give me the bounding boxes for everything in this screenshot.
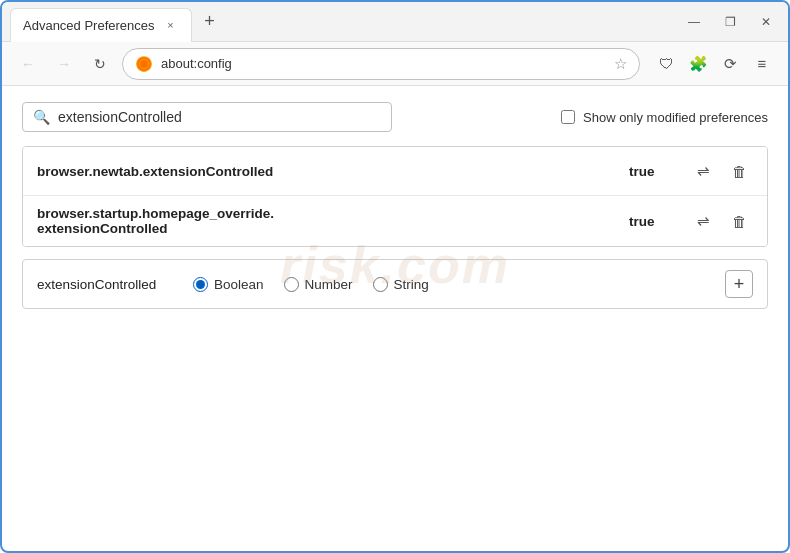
delete-button-2[interactable]: 🗑 — [725, 207, 753, 235]
reload-button[interactable]: ↻ — [86, 50, 114, 78]
search-row: 🔍 Show only modified preferences — [22, 102, 768, 132]
pref-name-2: browser.startup.homepage_override.extens… — [37, 206, 629, 236]
tab-title: Advanced Preferences — [23, 18, 155, 33]
show-modified-row[interactable]: Show only modified preferences — [561, 110, 768, 125]
tab-close-btn[interactable]: × — [163, 17, 179, 33]
minimize-button[interactable]: — — [680, 8, 708, 36]
restore-button[interactable]: ❐ — [716, 8, 744, 36]
menu-icon[interactable]: ≡ — [748, 50, 776, 78]
sync-icon[interactable]: ⟳ — [716, 50, 744, 78]
radio-string-label: String — [394, 277, 429, 292]
toolbar-icons: 🛡 🧩 ⟳ ≡ — [652, 50, 776, 78]
delete-button-1[interactable]: 🗑 — [725, 157, 753, 185]
add-pref-button[interactable]: + — [725, 270, 753, 298]
address-input-wrap[interactable]: about:config ☆ — [122, 48, 640, 80]
toggle-button-2[interactable]: ⇌ — [689, 207, 717, 235]
search-icon: 🔍 — [33, 109, 50, 125]
table-row: browser.startup.homepage_override.extens… — [23, 196, 767, 246]
window-controls: — ❐ ✕ — [680, 8, 780, 36]
type-radio-group: Boolean Number String — [193, 277, 709, 292]
address-bar: ← → ↻ about:config ☆ 🛡 🧩 ⟳ ≡ — [2, 42, 788, 86]
shield-icon[interactable]: 🛡 — [652, 50, 680, 78]
back-button[interactable]: ← — [14, 50, 42, 78]
radio-number-label: Number — [305, 277, 353, 292]
close-window-button[interactable]: ✕ — [752, 8, 780, 36]
pref-value-1: true — [629, 164, 665, 179]
radio-boolean[interactable]: Boolean — [193, 277, 264, 292]
show-modified-label: Show only modified preferences — [583, 110, 768, 125]
add-pref-row: extensionControlled Boolean Number Strin… — [22, 259, 768, 309]
row-actions-1: ⇌ 🗑 — [689, 157, 753, 185]
new-tab-button[interactable]: + — [196, 8, 224, 36]
pref-name-1: browser.newtab.extensionControlled — [37, 164, 629, 179]
address-text: about:config — [161, 56, 606, 71]
new-pref-name: extensionControlled — [37, 277, 177, 292]
results-table: browser.newtab.extensionControlled true … — [22, 146, 768, 247]
bookmark-icon: ☆ — [614, 55, 627, 73]
svg-point-1 — [140, 60, 148, 68]
radio-string[interactable]: String — [373, 277, 429, 292]
table-row: browser.newtab.extensionControlled true … — [23, 147, 767, 196]
extension-icon[interactable]: 🧩 — [684, 50, 712, 78]
title-bar: Advanced Preferences × + — ❐ ✕ — [2, 2, 788, 42]
show-modified-checkbox[interactable] — [561, 110, 575, 124]
toggle-button-1[interactable]: ⇌ — [689, 157, 717, 185]
forward-button[interactable]: → — [50, 50, 78, 78]
browser-tab[interactable]: Advanced Preferences × — [10, 8, 192, 42]
search-input[interactable] — [58, 109, 381, 125]
firefox-icon — [135, 55, 153, 73]
radio-boolean-label: Boolean — [214, 277, 264, 292]
search-wrap[interactable]: 🔍 — [22, 102, 392, 132]
main-content: risk.com 🔍 Show only modified preference… — [2, 86, 788, 325]
pref-value-2: true — [629, 214, 665, 229]
row-actions-2: ⇌ 🗑 — [689, 207, 753, 235]
radio-number[interactable]: Number — [284, 277, 353, 292]
